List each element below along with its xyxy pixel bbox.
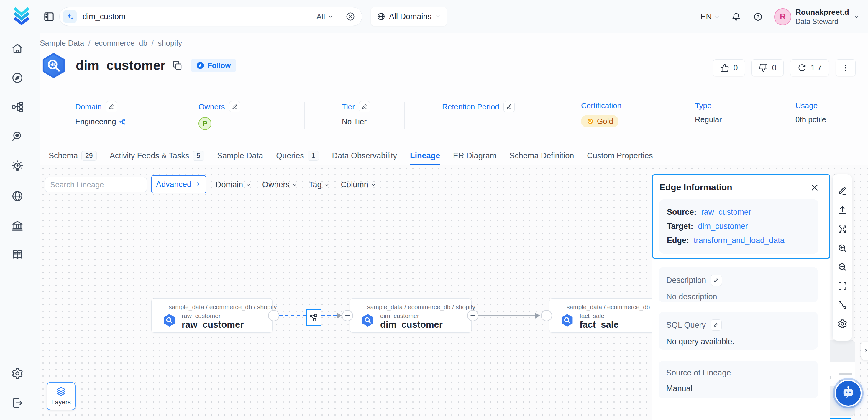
sql-query-body: No query available. — [666, 337, 810, 346]
advanced-lineage-button[interactable]: Advanced — [151, 175, 207, 193]
follow-button[interactable]: Follow — [191, 59, 236, 72]
filter-owners-dropdown[interactable]: Owners — [262, 180, 298, 189]
notifications-bell-icon[interactable] — [731, 11, 742, 22]
owners-label: Owners — [198, 102, 225, 112]
ai-sparkle-icon[interactable] — [63, 10, 77, 23]
edit-tier-button[interactable] — [359, 101, 370, 112]
node-collapse-dim-customer-out[interactable] — [467, 310, 478, 321]
zoom-out-icon[interactable] — [837, 262, 847, 272]
chatbot-button[interactable] — [835, 380, 862, 407]
metadata-row: Domain Engineering Owners P Tier No — [40, 101, 868, 129]
lineage-search-input[interactable] — [50, 180, 149, 189]
zoom-in-icon[interactable] — [837, 243, 847, 253]
edge-pipeline-link[interactable]: transform_and_load_data — [694, 236, 784, 245]
edit-owners-button[interactable] — [229, 101, 240, 112]
tab-schema[interactable]: Schema29 — [49, 147, 97, 165]
copy-icon[interactable] — [172, 60, 183, 71]
tier-value: No Tier — [342, 117, 367, 126]
help-icon[interactable] — [752, 11, 764, 22]
domain-value[interactable]: Engineering — [75, 117, 116, 126]
lineage-search[interactable] — [45, 177, 147, 192]
tab-er-diagram[interactable]: ER Diagram — [453, 147, 496, 165]
tab-sample-data[interactable]: Sample Data — [217, 147, 263, 165]
tab-schema-definition[interactable]: Schema Definition — [509, 147, 574, 165]
user-avatar[interactable]: R — [774, 8, 791, 25]
entity-title-row: dim_customer Follow — [40, 52, 236, 79]
tab-queries[interactable]: Queries1 — [276, 147, 319, 165]
collapsed-panel-handle[interactable] — [861, 341, 868, 360]
tab-lineage[interactable]: Lineage — [410, 147, 440, 165]
fullscreen-icon[interactable] — [837, 281, 847, 291]
edit-retention-button[interactable] — [503, 101, 515, 112]
lineage-node-raw-customer[interactable]: sample_data / ecommerce_db / shopify raw… — [151, 299, 273, 333]
layers-button[interactable]: Layers — [46, 382, 75, 410]
rearrange-lineage-icon[interactable] — [837, 300, 847, 310]
navbar-right-group: EN R Rounakpreet.d Data Steward — [701, 0, 860, 33]
filter-domain-dropdown[interactable]: Domain — [216, 180, 251, 189]
description-body: No description — [666, 292, 810, 301]
app-screen: dim_custom All All Domains EN — [0, 0, 868, 420]
export-lineage-icon[interactable] — [837, 205, 847, 215]
breadcrumb-database[interactable]: ecommerce_db — [95, 39, 148, 48]
tab-activity-feeds[interactable]: Activity Feeds & Tasks5 — [110, 147, 204, 165]
bigquery-table-icon — [40, 52, 67, 79]
openmetadata-logo-icon[interactable] — [12, 6, 31, 27]
downvote-button[interactable]: 0 — [751, 59, 784, 77]
edit-domain-button[interactable] — [106, 101, 117, 112]
lineage-node-dim-customer[interactable]: sample_data / ecommerce_db / shopify dim… — [350, 299, 472, 333]
edit-sql-button[interactable] — [711, 320, 722, 331]
node-handle-raw-customer-out[interactable] — [268, 310, 279, 321]
all-domains-dropdown[interactable]: All Domains — [371, 7, 447, 26]
breadcrumb-schema[interactable]: shopify — [158, 39, 182, 48]
lineage-node-fact-sale[interactable]: sample_data / ecommerce_db / shopify fac… — [549, 299, 655, 333]
sidebar-toggle-icon[interactable] — [43, 11, 55, 23]
version-history-icon — [798, 63, 806, 72]
sidebar-item-domains[interactable] — [11, 190, 24, 202]
edit-description-button[interactable] — [711, 275, 722, 286]
filter-tag-dropdown[interactable]: Tag — [309, 180, 330, 189]
edge-source-link[interactable]: raw_customer — [701, 208, 751, 217]
search-scope-dropdown[interactable]: All — [316, 12, 333, 21]
left-sidebar — [0, 33, 40, 420]
tab-queries-count: 1 — [308, 151, 319, 161]
sidebar-item-settings[interactable] — [11, 367, 24, 380]
sidebar-item-glossary[interactable] — [11, 248, 24, 261]
pencil-icon — [232, 104, 238, 110]
fit-view-icon[interactable] — [837, 224, 847, 234]
node-type-label: dim_customer — [380, 312, 419, 320]
edit-lineage-icon[interactable] — [837, 186, 847, 196]
sidebar-item-explore[interactable] — [11, 72, 24, 84]
sidebar-item-observability[interactable] — [11, 130, 24, 143]
tab-data-observability[interactable]: Data Observability — [332, 147, 397, 165]
search-input[interactable]: dim_custom — [83, 12, 316, 21]
edge-target-link[interactable]: dim_customer — [698, 222, 748, 231]
sidebar-item-govern[interactable] — [11, 219, 24, 232]
close-icon[interactable] — [810, 183, 819, 192]
search-clear-icon[interactable] — [345, 11, 355, 22]
node-collapse-dim-customer-in[interactable] — [342, 310, 353, 321]
global-search-bar[interactable]: dim_custom All — [59, 7, 362, 26]
tab-custom-properties[interactable]: Custom Properties — [587, 147, 653, 165]
user-role: Data Steward — [796, 18, 849, 26]
retention-label: Retention Period — [442, 102, 499, 112]
filter-column-dropdown[interactable]: Column — [341, 180, 376, 189]
more-options-button[interactable] — [836, 59, 856, 77]
all-domains-label: All Domains — [389, 12, 432, 21]
edge-pipeline-button-selected[interactable] — [306, 309, 321, 326]
lineage-canvas[interactable]: Advanced Domain Owners Tag Column sample… — [40, 165, 868, 420]
language-dropdown[interactable]: EN — [701, 12, 720, 21]
breadcrumb-service[interactable]: Sample Data — [40, 39, 84, 48]
sidebar-item-data-assets[interactable] — [11, 101, 24, 113]
sidebar-item-home[interactable] — [11, 42, 24, 55]
lineage-settings-icon[interactable] — [837, 319, 847, 329]
meta-divider — [304, 102, 305, 129]
owner-avatar[interactable]: P — [198, 117, 212, 130]
sidebar-item-logout[interactable] — [11, 397, 24, 409]
user-profile-menu[interactable]: R Rounakpreet.d Data Steward — [774, 8, 860, 26]
sidebar-item-insights[interactable] — [11, 160, 24, 173]
upvote-button[interactable]: 0 — [713, 59, 745, 77]
node-handle-fact-sale-in[interactable] — [541, 310, 552, 321]
edge-details-card: Source: raw_customer Target: dim_custome… — [659, 200, 818, 253]
meta-retention: Retention Period - - — [442, 101, 515, 126]
version-button[interactable]: 1.7 — [790, 59, 829, 77]
